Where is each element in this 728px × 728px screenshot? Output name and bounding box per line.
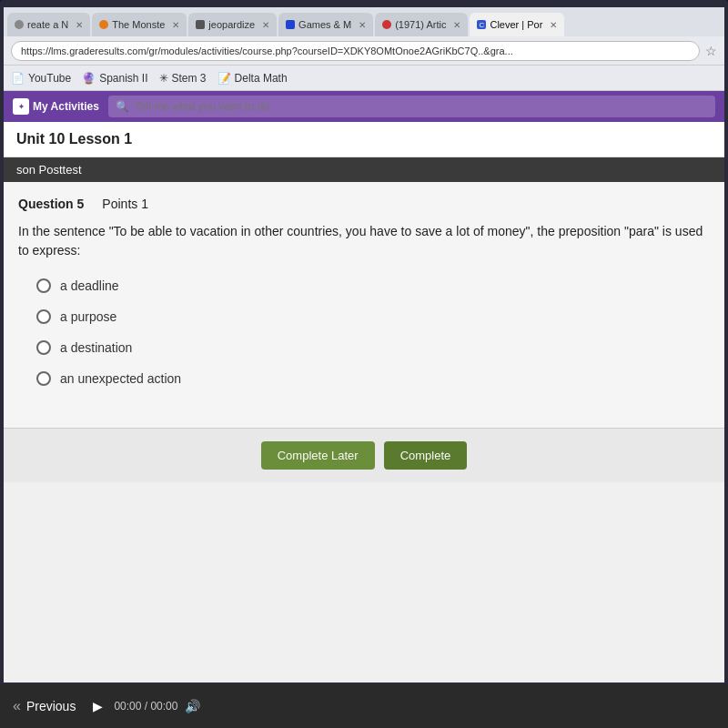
url-text: https://lms.graderesults.com/gr/modules/… [21, 46, 513, 56]
bookmark-deltamath[interactable]: 📝 Delta Math [217, 72, 288, 85]
play-button[interactable]: ▶ [88, 697, 106, 715]
option-deadline[interactable]: a deadline [36, 278, 710, 293]
browser-screen: reate a N ✕ The Monste ✕ jeopardize ✕ Ga… [4, 7, 724, 682]
question-header: Question 5 Points 1 [18, 197, 710, 211]
option-unexpected[interactable]: an unexpected action [36, 371, 710, 386]
search-icon: 🔍 [116, 100, 129, 113]
page-title: Unit 10 Lesson 1 [4, 122, 724, 157]
question-text: In the sentence "To be able to vacation … [18, 222, 710, 260]
logo-icon: ✦ [13, 98, 29, 115]
option-label: a purpose [60, 309, 116, 324]
tab-favicon [15, 20, 24, 29]
tab-article[interactable]: (1971) Artic ✕ [375, 13, 468, 36]
bookmark-stem[interactable]: ✳ Stem 3 [159, 72, 207, 85]
radio-unexpected[interactable] [36, 371, 51, 386]
posttest-label: son Posttest [16, 163, 82, 177]
search-input[interactable] [135, 100, 317, 113]
question-number: Question 5 [18, 197, 84, 211]
chevron-left-icon: « [13, 698, 21, 714]
tab-close-icon[interactable]: ✕ [550, 20, 557, 30]
tab-favicon [99, 20, 108, 29]
question-points: Points 1 [102, 197, 148, 211]
tab-close-icon[interactable]: ✕ [76, 20, 83, 30]
tab-create[interactable]: reate a N ✕ [7, 13, 90, 36]
main-content: Unit 10 Lesson 1 son Posttest Question 5… [4, 122, 724, 482]
tab-favicon [382, 20, 391, 29]
tab-monster[interactable]: The Monste ✕ [92, 13, 187, 36]
tab-close-icon[interactable]: ✕ [172, 20, 179, 30]
previous-label: Previous [26, 699, 76, 713]
content-area: Question 5 Points 1 In the sentence "To … [4, 182, 724, 428]
tab-label: Games & M [298, 19, 351, 30]
spanish-icon: 🔮 [82, 72, 96, 85]
media-controls: ▶ 00:00 / 00:00 🔊 [88, 697, 207, 715]
page-title-text: Unit 10 Lesson 1 [16, 131, 132, 147]
tab-label: Clever | Por [490, 19, 542, 30]
tab-close-icon[interactable]: ✕ [359, 20, 366, 30]
youtube-icon: 📄 [11, 72, 25, 85]
radio-deadline[interactable] [36, 278, 51, 293]
app-search-bar[interactable]: 🔍 [108, 96, 715, 117]
tab-label: (1971) Artic [395, 19, 446, 30]
option-label: a deadline [60, 278, 119, 293]
tab-games[interactable]: Games & M ✕ [278, 13, 373, 36]
app-logo: ✦ My Activities [13, 98, 99, 115]
action-area: Complete Later Complete [4, 428, 724, 482]
question-body: In the sentence "To be able to vacation … [18, 224, 703, 258]
option-label: a destination [60, 340, 132, 355]
deltamath-icon: 📝 [217, 72, 231, 85]
volume-icon[interactable]: 🔊 [185, 699, 200, 713]
tab-favicon: C [477, 20, 486, 29]
bookmark-youtube[interactable]: 📄 YouTube [11, 72, 71, 85]
tab-label: jeopardize [208, 19, 255, 30]
tab-bar: reate a N ✕ The Monste ✕ jeopardize ✕ Ga… [4, 7, 724, 36]
posttest-header: son Posttest [4, 157, 724, 182]
url-input[interactable]: https://lms.graderesults.com/gr/modules/… [11, 41, 700, 61]
address-bar: https://lms.graderesults.com/gr/modules/… [4, 36, 724, 66]
option-destination[interactable]: a destination [36, 340, 710, 355]
bookmark-label: Delta Math [235, 72, 288, 85]
monitor-bezel: reate a N ✕ The Monste ✕ jeopardize ✕ Ga… [0, 0, 728, 728]
option-label: an unexpected action [60, 371, 181, 386]
radio-purpose[interactable] [36, 309, 51, 324]
bookmark-label: Spanish II [99, 72, 147, 85]
bottom-nav: « Previous ▶ 00:00 / 00:00 🔊 [0, 684, 728, 728]
radio-destination[interactable] [36, 340, 51, 355]
options-list: a deadline a purpose a destination an un… [18, 278, 710, 386]
time-display: 00:00 / 00:00 [114, 700, 177, 713]
tab-close-icon[interactable]: ✕ [453, 20, 460, 30]
tab-label: The Monste [112, 19, 165, 30]
tab-label: reate a N [27, 19, 68, 30]
tab-clever[interactable]: C Clever | Por ✕ [470, 13, 564, 36]
bookmark-label: YouTube [28, 72, 71, 85]
bookmark-icon[interactable]: ☆ [705, 44, 717, 58]
app-name: My Activities [33, 100, 99, 113]
complete-later-button[interactable]: Complete Later [261, 441, 375, 470]
complete-button[interactable]: Complete [384, 441, 468, 470]
app-toolbar: ✦ My Activities 🔍 [4, 91, 724, 122]
tab-favicon [286, 20, 295, 29]
bookmark-label: Stem 3 [172, 72, 207, 85]
tab-close-icon[interactable]: ✕ [262, 20, 269, 30]
time-current: 00:00 [114, 700, 141, 713]
bookmarks-bar: 📄 YouTube 🔮 Spanish II ✳ Stem 3 📝 Delta … [4, 66, 724, 91]
stem-icon: ✳ [159, 72, 168, 85]
previous-button[interactable]: « Previous [13, 698, 76, 714]
time-total: 00:00 [150, 700, 177, 713]
option-purpose[interactable]: a purpose [36, 309, 710, 324]
tab-favicon [196, 20, 205, 29]
tab-jeopardy[interactable]: jeopardize ✕ [188, 13, 277, 36]
bookmark-spanish[interactable]: 🔮 Spanish II [82, 72, 147, 85]
